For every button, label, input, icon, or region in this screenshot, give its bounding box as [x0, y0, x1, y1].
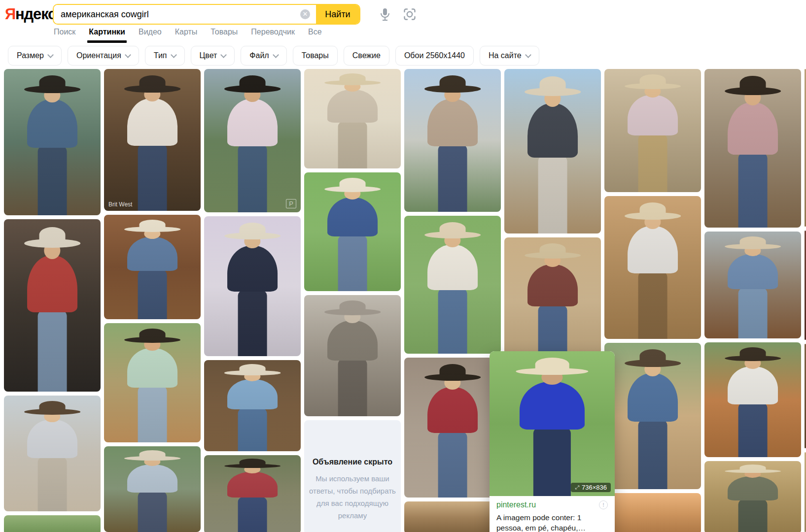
tab-1-картинки[interactable]: Картинки: [89, 28, 125, 43]
image-result[interactable]: [604, 196, 701, 339]
tab-4-товары[interactable]: Товары: [210, 28, 238, 43]
preview-image[interactable]: ⤢ 736×836: [490, 351, 615, 496]
image-result[interactable]: [4, 515, 101, 532]
image-result[interactable]: [704, 342, 801, 457]
filter-chip-3[interactable]: Цвет: [191, 46, 235, 66]
tab-2-видео[interactable]: Видео: [139, 28, 162, 43]
image-result[interactable]: [304, 69, 401, 168]
image-result[interactable]: [204, 455, 301, 532]
filter-chip-4[interactable]: Файл: [241, 46, 286, 66]
image-result[interactable]: Brit West: [104, 69, 201, 211]
image-result[interactable]: [704, 461, 801, 532]
tab-5-переводчик[interactable]: Переводчик: [251, 28, 295, 43]
filter-chip-label: Обои 2560x1440: [404, 51, 465, 60]
filter-chip-2[interactable]: Тип: [145, 46, 185, 66]
photo-brim-shape: [625, 83, 681, 90]
photo-brim-shape: [24, 239, 80, 248]
photo-brim-shape: [725, 87, 781, 95]
photo-jeans-shape: [638, 420, 667, 489]
filter-chip-1[interactable]: Ориентация: [68, 46, 139, 66]
photo-jeans-shape: [533, 428, 571, 496]
filter-chip-0[interactable]: Размер: [8, 46, 62, 66]
image-result[interactable]: [4, 219, 101, 392]
photo-brim-shape: [525, 252, 581, 259]
filter-chip-label: Ориентация: [76, 51, 121, 60]
photo-jeans-shape: [738, 288, 768, 338]
source-domain-link[interactable]: pinterest.ru: [496, 500, 536, 509]
image-result[interactable]: [604, 493, 701, 532]
photo-brim-shape: [124, 85, 180, 92]
image-search-camera-icon[interactable]: [403, 7, 417, 23]
microphone-icon[interactable]: [379, 7, 391, 24]
photo-jeans-shape: [238, 408, 267, 451]
image-size-badge: ⤢ 736×836: [571, 483, 611, 492]
image-result[interactable]: [704, 69, 801, 228]
photo-brim-shape: [24, 86, 80, 93]
service-tabs: ПоискКартинкиВидеоКартыТоварыПереводчикВ…: [54, 28, 322, 43]
photo-shirt-shape: [327, 198, 378, 237]
hidden-ad-card: Объявление скрытоМы используем ваши отве…: [304, 420, 401, 532]
image-result[interactable]: [404, 69, 501, 212]
info-icon[interactable]: !: [599, 500, 608, 509]
image-result[interactable]: P: [204, 69, 301, 212]
filter-chip-6[interactable]: Свежие: [344, 46, 389, 66]
filter-chip-8[interactable]: На сайте: [480, 46, 539, 66]
photo-jeans-shape: [738, 499, 768, 532]
photo-jeans-shape: [338, 122, 367, 168]
image-result[interactable]: [204, 216, 301, 356]
photo-jeans-shape: [438, 145, 467, 212]
photo-jeans-shape: [38, 311, 67, 392]
photo-shirt-shape: [227, 379, 278, 409]
photo-jeans-shape: [238, 291, 267, 356]
image-result[interactable]: [304, 172, 401, 291]
yandex-logo[interactable]: Яндекс: [5, 5, 56, 23]
image-result[interactable]: [304, 295, 401, 416]
image-result[interactable]: [704, 232, 801, 338]
photo-brim-shape: [424, 232, 481, 238]
photo-jeans-shape: [338, 235, 367, 291]
ad-hidden-title: Объявление скрыто: [304, 458, 401, 466]
photo-jeans-shape: [438, 289, 467, 354]
photo-shirt-shape: [527, 265, 578, 307]
image-result[interactable]: [504, 237, 601, 366]
tab-6-все[interactable]: Все: [308, 28, 322, 43]
search-button[interactable]: Найти: [316, 5, 359, 24]
image-result[interactable]: [404, 501, 501, 532]
image-preview-card[interactable]: ⤢ 736×836 pinterest.ru ! A imagem pode c…: [490, 351, 615, 532]
image-result[interactable]: [104, 323, 201, 442]
clear-search-icon[interactable]: ✕: [300, 9, 310, 19]
image-result[interactable]: [4, 69, 101, 215]
photo-shirt-shape: [628, 226, 678, 273]
image-result[interactable]: [104, 446, 201, 532]
preview-info: pinterest.ru ! A imagem pode conter: 1 p…: [490, 496, 615, 532]
photo-brim-shape: [224, 370, 280, 375]
image-result[interactable]: [604, 343, 701, 489]
photo-brim-shape: [124, 456, 180, 461]
filter-chip-label: Размер: [17, 51, 44, 60]
tab-3-карты[interactable]: Карты: [175, 28, 198, 43]
photo-jeans-shape: [538, 156, 567, 233]
photo-brim-shape: [124, 337, 180, 343]
image-result[interactable]: [4, 396, 101, 511]
photo-jeans-shape: [38, 457, 67, 511]
image-result[interactable]: [404, 216, 501, 354]
photo-shirt-shape: [27, 100, 77, 148]
image-result[interactable]: [104, 215, 201, 319]
photo-brim-shape: [124, 227, 180, 232]
image-result[interactable]: [604, 69, 701, 192]
filter-chip-label: Файл: [249, 51, 269, 60]
search-input[interactable]: [54, 5, 300, 24]
photo-shirt-shape: [127, 465, 177, 493]
filter-chip-5[interactable]: Товары: [293, 46, 338, 66]
image-result[interactable]: [504, 69, 601, 233]
image-result[interactable]: [404, 358, 501, 498]
photo-jeans-shape: [238, 497, 267, 532]
photo-brim-shape: [224, 85, 280, 93]
photo-shirt-shape: [427, 387, 478, 433]
photo-shirt-shape: [628, 373, 678, 422]
filter-chip-7[interactable]: Обои 2560x1440: [395, 46, 474, 66]
photo-jeans-shape: [638, 134, 667, 193]
photo-shirt-shape: [728, 102, 778, 155]
tab-0-поиск[interactable]: Поиск: [54, 28, 75, 43]
image-result[interactable]: [204, 360, 301, 451]
